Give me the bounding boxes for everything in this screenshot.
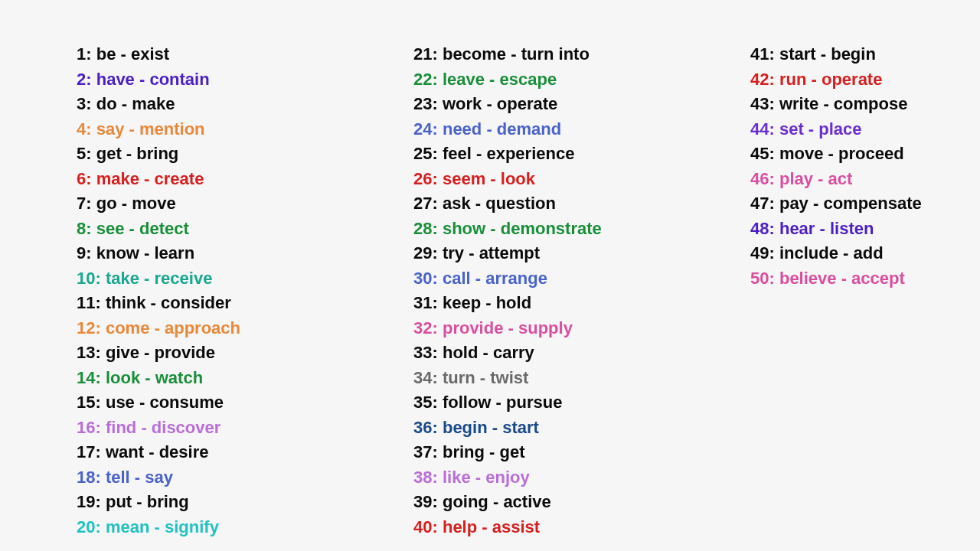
colon-separator: : — [769, 269, 779, 288]
entry-20: 20: mean - signify — [77, 515, 413, 540]
entry-synonym: learn — [155, 243, 195, 262]
entry-word: hear — [779, 219, 815, 238]
colon-separator: : — [432, 94, 442, 113]
entry-number: 25 — [413, 144, 432, 163]
colon-separator: : — [769, 194, 779, 213]
entry-word: seem — [443, 169, 485, 188]
entry-number: 44 — [750, 119, 769, 139]
entry-number: 20 — [77, 517, 95, 536]
colon-separator: : — [95, 318, 105, 337]
entry-synonym: question — [485, 194, 556, 213]
entry-number: 35 — [413, 393, 432, 412]
entry-number: 39 — [413, 492, 432, 511]
dash-separator: - — [116, 44, 131, 64]
entry-synonym: desire — [159, 442, 209, 461]
colon-separator: : — [432, 492, 442, 511]
dash-separator: - — [837, 269, 852, 288]
dash-separator: - — [491, 393, 506, 412]
colon-separator: : — [95, 418, 105, 437]
dash-separator: - — [804, 119, 819, 139]
entry-word: provide — [443, 318, 503, 337]
colon-separator: : — [769, 219, 779, 238]
dash-separator: - — [471, 468, 486, 487]
entry-synonym: turn into — [521, 44, 590, 64]
entry-synonym: supply — [518, 318, 573, 337]
entry-number: 10 — [77, 269, 95, 288]
entry-synonym: place — [818, 119, 861, 139]
entry-number: 1 — [77, 44, 86, 64]
entry-30: 30: call - arrange — [413, 266, 750, 292]
dash-separator: - — [130, 468, 145, 487]
entry-number: 7 — [77, 194, 86, 213]
entry-synonym: escape — [500, 70, 557, 89]
entry-word: be — [96, 44, 116, 64]
colon-separator: : — [432, 517, 442, 536]
entry-32: 32: provide - supply — [413, 316, 750, 341]
entry-39: 39: going - active — [413, 490, 750, 515]
dash-separator: - — [471, 194, 486, 213]
dash-separator: - — [122, 144, 137, 163]
entry-word: believe — [779, 269, 837, 288]
entry-word: keep — [443, 293, 481, 312]
entry-13: 13: give - provide — [77, 341, 413, 366]
dash-separator: - — [117, 194, 132, 213]
entry-word: use — [106, 393, 135, 412]
entry-synonym: contain — [149, 70, 209, 89]
entry-50: 50: believe - accept — [750, 266, 980, 292]
entry-synonym: consider — [161, 293, 231, 312]
entry-synonym: accept — [851, 269, 905, 288]
entry-number: 49 — [750, 243, 769, 262]
entry-number: 23 — [413, 94, 432, 113]
entry-6: 6: make - create — [77, 167, 413, 192]
entry-synonym: proceed — [838, 144, 904, 163]
entry-26: 26: seem - look — [413, 167, 750, 192]
entry-synonym: bring — [147, 492, 189, 511]
entry-synonym: add — [854, 243, 884, 262]
colon-separator: : — [95, 393, 105, 412]
entry-synonym: hold — [496, 293, 531, 312]
colon-separator: : — [432, 393, 442, 412]
colon-separator: : — [769, 144, 779, 163]
dash-separator: - — [135, 393, 150, 412]
dash-separator: - — [149, 318, 165, 337]
dash-separator: - — [149, 517, 165, 536]
colon-separator: : — [95, 468, 105, 487]
entry-49: 49: include - add — [750, 241, 980, 266]
entry-word: need — [443, 119, 482, 139]
colon-separator: : — [86, 194, 96, 213]
entry-word: move — [779, 144, 823, 163]
entry-word: set — [779, 119, 804, 139]
colon-separator: : — [86, 169, 96, 188]
colon-separator: : — [432, 318, 442, 337]
entry-22: 22: leave - escape — [413, 67, 750, 93]
synonym-list: 1: be - exist2: have - contain3: do - ma… — [77, 42, 980, 540]
column-3: 41: start - begin42: run - operate43: wr… — [750, 42, 980, 540]
entry-word: become — [443, 44, 506, 64]
entry-synonym: provide — [155, 343, 215, 362]
entry-number: 12 — [77, 318, 95, 337]
entry-number: 24 — [413, 119, 432, 139]
colon-separator: : — [432, 418, 442, 437]
entry-5: 5: get - bring — [77, 142, 413, 167]
entry-word: pay — [779, 194, 808, 213]
entry-number: 13 — [77, 343, 95, 362]
entry-number: 50 — [750, 269, 769, 288]
entry-number: 9 — [77, 243, 86, 262]
entry-word: turn — [443, 368, 475, 387]
entry-number: 42 — [750, 70, 769, 89]
entry-synonym: consume — [149, 393, 224, 412]
entry-word: include — [779, 243, 838, 262]
entry-synonym: look — [501, 169, 535, 188]
entry-word: ask — [443, 194, 471, 213]
entry-number: 14 — [77, 368, 95, 387]
dash-separator: - — [475, 368, 491, 387]
entry-number: 17 — [77, 442, 95, 461]
entry-word: like — [443, 468, 471, 487]
entry-word: say — [96, 119, 125, 139]
entry-synonym: start — [502, 418, 539, 437]
entry-12: 12: come - approach — [77, 316, 413, 341]
colon-separator: : — [769, 243, 779, 262]
entry-synonym: receive — [155, 269, 213, 288]
entry-word: bring — [443, 442, 485, 461]
entry-synonym: watch — [155, 368, 203, 387]
